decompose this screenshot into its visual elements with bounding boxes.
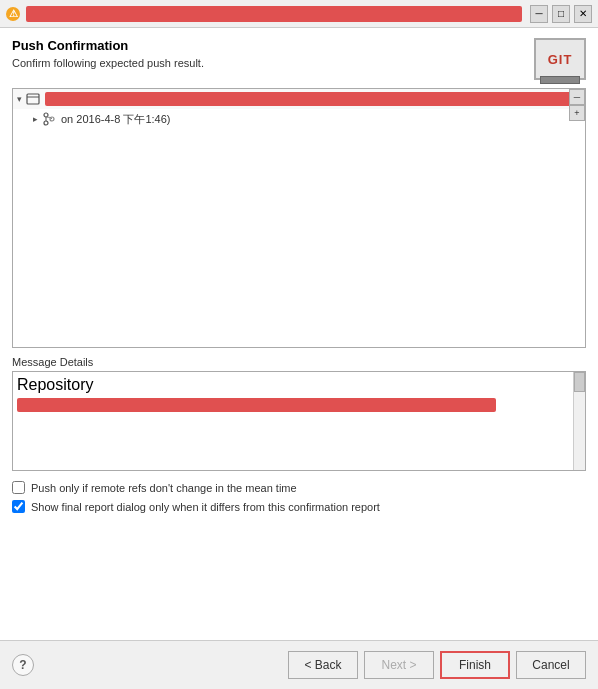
help-button[interactable]: ? — [12, 654, 34, 676]
warning-icon: ⚠ — [6, 7, 20, 21]
message-details-section: Message Details Repository — [12, 356, 586, 471]
push-only-checkbox[interactable] — [12, 481, 25, 494]
branch-icon — [41, 112, 57, 126]
tree-repo-label-redacted — [45, 92, 581, 106]
checkbox-row-2: Show final report dialog only when it di… — [12, 500, 586, 513]
expand-button[interactable]: + — [569, 105, 585, 121]
tree-collapse-buttons: ─ + — [569, 89, 585, 121]
svg-rect-0 — [27, 94, 39, 104]
back-button[interactable]: < Back — [288, 651, 358, 679]
tree-area: ▾ ▸ on 2016-4-8 — [12, 88, 586, 348]
message-scrollbar[interactable] — [573, 372, 585, 470]
title-bar-controls: ─ □ ✕ — [530, 5, 592, 23]
next-button[interactable]: Next > — [364, 651, 434, 679]
bottom-bar: ? < Back Next > Finish Cancel — [0, 640, 598, 689]
maximize-button[interactable]: □ — [552, 5, 570, 23]
dialog-content: Push Confirmation Confirm following expe… — [0, 28, 598, 640]
collapse-button[interactable]: ─ — [569, 89, 585, 105]
dialog-title: Push Confirmation — [12, 38, 204, 53]
tree-row-branch[interactable]: ▸ on 2016-4-8 下午1:46) — [13, 109, 585, 129]
header-text-block: Push Confirmation Confirm following expe… — [12, 38, 204, 69]
svg-point-2 — [44, 113, 48, 117]
show-final-report-label: Show final report dialog only when it di… — [31, 501, 380, 513]
message-details-label: Message Details — [12, 356, 586, 368]
message-box: Repository — [12, 371, 586, 471]
title-bar: ⚠ ─ □ ✕ — [0, 0, 598, 28]
message-redacted-line — [17, 398, 496, 412]
message-repo-label: Repository — [17, 376, 581, 394]
repo-icon — [25, 92, 41, 106]
dialog-header: Push Confirmation Confirm following expe… — [0, 28, 598, 88]
git-logo: GIT — [534, 38, 586, 80]
dialog-subtitle: Confirm following expected push result. — [12, 57, 204, 69]
title-bar-redacted — [26, 6, 522, 22]
scrollbar-thumb[interactable] — [574, 372, 585, 392]
footer-buttons: < Back Next > Finish Cancel — [288, 651, 586, 679]
chevron-down-icon: ▾ — [17, 94, 22, 104]
close-button[interactable]: ✕ — [574, 5, 592, 23]
checkbox-row-1: Push only if remote refs don't change in… — [12, 481, 586, 494]
minimize-button[interactable]: ─ — [530, 5, 548, 23]
checkboxes-section: Push only if remote refs don't change in… — [0, 471, 598, 523]
push-only-label: Push only if remote refs don't change in… — [31, 482, 297, 494]
git-logo-text: GIT — [548, 52, 573, 67]
chevron-right-icon: ▸ — [33, 114, 38, 124]
svg-point-3 — [44, 121, 48, 125]
tree-row-repo[interactable]: ▾ — [13, 89, 585, 109]
git-logo-bar — [540, 76, 580, 84]
finish-button[interactable]: Finish — [440, 651, 510, 679]
tree-branch-date: on 2016-4-8 下午1:46) — [61, 112, 170, 127]
cancel-button[interactable]: Cancel — [516, 651, 586, 679]
show-final-report-checkbox[interactable] — [12, 500, 25, 513]
